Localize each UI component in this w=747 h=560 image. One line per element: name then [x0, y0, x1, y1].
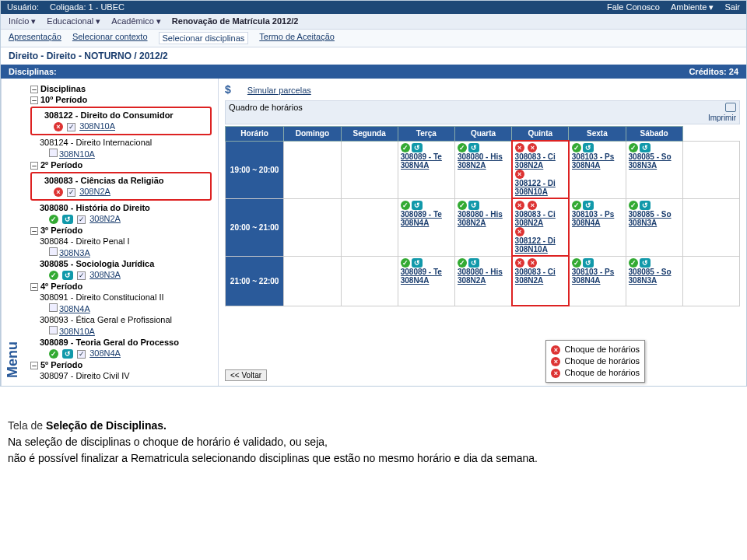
voltar-button[interactable]: << Voltar [225, 369, 267, 381]
cell-link[interactable]: 308083 - Ci [515, 210, 556, 219]
bar-disciplinas-label: Disciplinas: [9, 67, 57, 76]
checkbox[interactable]: ✓ [77, 350, 86, 359]
cell-link[interactable]: 308083 - Ci [515, 152, 556, 161]
checkbox[interactable]: ✓ [77, 215, 86, 224]
turma-308N10A-link[interactable]: 308N10A [59, 149, 95, 159]
turma-308N3A-link[interactable]: 308N3A [89, 270, 121, 279]
ok-icon: ✓ [49, 349, 58, 359]
cell-link[interactable]: 308N4A [572, 161, 601, 170]
sched-cell: ✓↺ 308103 - Ps 308N4A [569, 256, 626, 306]
cell-empty [341, 256, 398, 306]
imprimir-link[interactable]: Imprimir [708, 103, 736, 122]
checkbox[interactable] [49, 149, 58, 157]
cell-link[interactable]: 308089 - Te [401, 152, 442, 161]
cell-link[interactable]: 308N2A [515, 276, 544, 285]
turma-308N2A-link[interactable]: 308N2A [79, 187, 110, 196]
cell-link[interactable]: 308080 - His [458, 210, 503, 219]
cell-link[interactable]: 308103 - Ps [572, 152, 615, 161]
tab-contexto[interactable]: Selecionar contexto [72, 32, 148, 44]
checkbox[interactable] [49, 303, 58, 312]
cell-link[interactable]: 308N4A [572, 276, 601, 285]
turma-308N10A-link[interactable]: 308N10A [79, 121, 115, 131]
cell-link[interactable]: 308N4A [401, 161, 430, 170]
fale-conosco-link[interactable]: Fale Conosco [607, 2, 660, 12]
collapse-icon[interactable]: – [30, 162, 38, 170]
cell-link[interactable]: 308N3A [629, 219, 658, 227]
cell-link[interactable]: 308N2A [458, 276, 486, 285]
cell-link[interactable]: 308103 - Ps [572, 268, 615, 276]
ok-icon: ✓ [629, 201, 638, 210]
cell-link[interactable]: 308N2A [458, 161, 486, 170]
cell-link[interactable]: 308083 - Ci [515, 268, 556, 276]
menu-side-tab[interactable]: Menu [1, 79, 24, 386]
nav-educacional[interactable]: Educacional ▾ [47, 16, 100, 26]
cell-link[interactable]: 308N10A [515, 187, 548, 196]
conflict-tooltip: × Choque de horários × Choque de horário… [545, 340, 645, 383]
turma-308N3A-link[interactable]: 308N3A [59, 248, 90, 257]
sched-cell: ✓↺ 308080 - His 308N2A [454, 256, 511, 306]
nav-renovacao[interactable]: Renovação de Matrícula 2012/2 [172, 16, 299, 26]
checkbox[interactable]: ✓ [67, 188, 75, 197]
cell-link[interactable]: 308103 - Ps [572, 210, 615, 219]
cell-link[interactable]: 308080 - His [458, 152, 503, 161]
cell-link[interactable]: 308085 - So [629, 152, 672, 161]
period-5: 5º Período [40, 360, 82, 369]
cell-link[interactable]: 308N2A [458, 219, 486, 227]
col-horario: Horário [226, 127, 284, 142]
cell-link[interactable]: 308089 - Te [401, 268, 442, 276]
collapse-icon[interactable]: – [30, 362, 38, 369]
cell-link[interactable]: 308N4A [572, 219, 601, 227]
checkbox[interactable]: ✓ [67, 123, 75, 131]
cell-link[interactable]: 308N3A [629, 161, 658, 170]
coligada-label: Coligada: 1 - UBEC [50, 2, 124, 12]
disc-308097: 308097 - Direito Civil IV [40, 370, 212, 381]
cell-link[interactable]: 308N4A [401, 219, 430, 227]
nav-inicio[interactable]: Início ▾ [9, 16, 36, 26]
collapse-icon[interactable]: – [30, 283, 38, 291]
cell-link[interactable]: 308N4A [401, 276, 430, 285]
collapse-icon[interactable]: – [30, 96, 38, 104]
col-terca: Terça [398, 127, 454, 142]
simular-parcelas-link[interactable]: Simular parcelas [247, 86, 311, 95]
sched-cell: ✓↺ 308085 - So 308N3A [626, 198, 682, 256]
cell-link[interactable]: 308N3A [629, 276, 658, 285]
cell-link[interactable]: 308085 - So [629, 210, 672, 219]
caption-line2: Na seleção de disciplinas o choque de ho… [8, 436, 328, 448]
cell-link[interactable]: 308080 - His [458, 268, 503, 276]
cell-link[interactable]: 308122 - Di [515, 236, 556, 245]
time-slot: 19:00 ~ 20:00 [226, 141, 284, 198]
turma-308N4A-link[interactable]: 308N4A [89, 348, 121, 358]
checkbox[interactable] [49, 326, 58, 334]
ok-icon: ✓ [49, 271, 58, 280]
turma-308N4A-link[interactable]: 308N4A [59, 304, 90, 313]
cell-link[interactable]: 308N10A [515, 245, 548, 254]
cell-link[interactable]: 308085 - So [629, 268, 672, 276]
disc-308089: 308089 - Teoria Geral do Processo [40, 337, 212, 348]
tab-termo[interactable]: Termo de Aceitação [259, 32, 335, 44]
sub-nav: Apresentação Selecionar contexto Selecio… [1, 30, 746, 47]
sair-link[interactable]: Sair [724, 2, 740, 12]
cell-link[interactable]: 308089 - Te [401, 210, 442, 219]
error-icon: × [515, 258, 524, 268]
nav-academico[interactable]: Acadêmico ▾ [111, 16, 160, 26]
tab-disciplinas[interactable]: Selecionar disciplinas [159, 32, 249, 44]
cell-link[interactable]: 308122 - Di [515, 179, 556, 187]
collapse-icon[interactable]: – [30, 86, 38, 93]
ok-icon: ✓ [49, 215, 58, 224]
disciplinas-tree: –Disciplinas –10º Período 308122 - Direi… [24, 79, 219, 386]
swap-icon: ↺ [468, 258, 479, 268]
disciplinas-bar: Disciplinas: Créditos: 24 [1, 65, 746, 79]
checkbox[interactable]: ✓ [77, 271, 86, 280]
turma-308N2A-link[interactable]: 308N2A [89, 214, 121, 223]
main-nav: Início ▾ Educacional ▾ Acadêmico ▾ Renov… [1, 14, 746, 30]
ambiente-menu[interactable]: Ambiente ▾ [671, 2, 714, 12]
cell-link[interactable]: 308N2A [515, 161, 544, 170]
error-icon: × [551, 345, 560, 355]
tab-apresentacao[interactable]: Apresentação [9, 32, 61, 44]
cell-link[interactable]: 308N2A [515, 219, 544, 227]
collapse-icon[interactable]: – [30, 227, 38, 235]
error-icon: × [515, 227, 524, 236]
disc-308122: 308122 - Direito do Consumidor [44, 110, 207, 121]
turma-308N10A-link[interactable]: 308N10A [59, 327, 95, 336]
checkbox[interactable] [49, 247, 58, 256]
